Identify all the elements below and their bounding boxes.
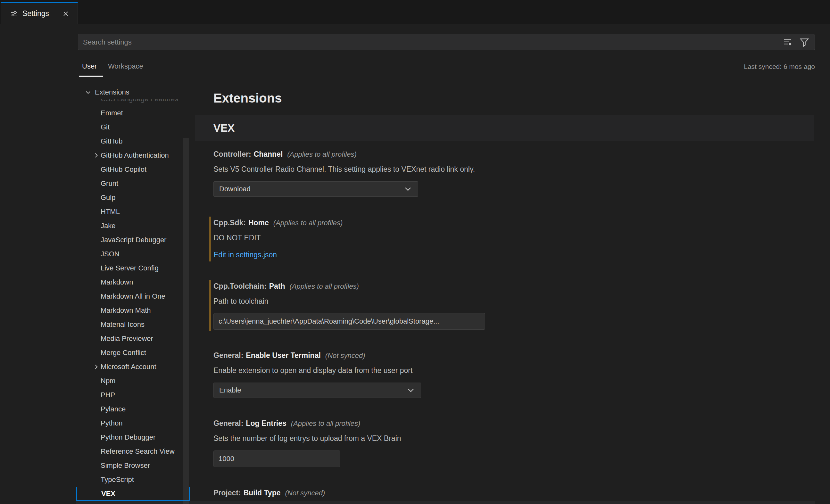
tree-item-python[interactable]: Python bbox=[76, 416, 190, 430]
setting-enable-user-terminal: General:Enable User Terminal(Not synced)… bbox=[214, 351, 809, 403]
tree-item-vex[interactable]: VEX bbox=[76, 487, 190, 501]
tree-item-merge-conflict[interactable]: Merge Conflict bbox=[76, 346, 190, 360]
tree-item-github-authentication[interactable]: GitHub Authentication bbox=[76, 148, 190, 162]
modified-indicator-bar bbox=[209, 280, 211, 331]
tree-item-reference-search-view[interactable]: Reference Search View bbox=[76, 444, 190, 459]
edit-in-settings-json-link[interactable]: Edit in settings.json bbox=[214, 251, 277, 259]
tree-item-javascript-debugger[interactable]: JavaScript Debugger bbox=[76, 233, 190, 247]
setting-number-input[interactable] bbox=[214, 450, 340, 467]
setting-name: Path bbox=[269, 282, 285, 291]
tree-item-label: Live Server Config bbox=[101, 264, 159, 272]
tree-item-label: Gulp bbox=[101, 193, 115, 202]
setting-name: Home bbox=[248, 219, 269, 227]
setting-text-input[interactable] bbox=[214, 313, 485, 330]
tree-item-html[interactable]: HTML bbox=[76, 205, 190, 219]
setting-title: General:Log Entries(Applies to all profi… bbox=[214, 419, 360, 429]
setting-category: General: bbox=[214, 419, 243, 428]
tree-item-label: Markdown Math bbox=[101, 306, 151, 315]
tree-item-label: GitHub Copilot bbox=[101, 165, 147, 174]
tree-item-label: TypeScript bbox=[101, 475, 134, 484]
setting-category: Cpp.Toolchain: bbox=[214, 282, 267, 291]
chevron-right-icon[interactable] bbox=[92, 151, 101, 160]
setting-category: General: bbox=[214, 351, 243, 360]
tree-item-markdown-all-in-one[interactable]: Markdown All in One bbox=[76, 289, 190, 304]
tree-item-extensions-root[interactable]: Extensions bbox=[76, 85, 190, 99]
select-value: Enable bbox=[219, 386, 407, 395]
tree-item-php[interactable]: PHP bbox=[76, 388, 190, 402]
tree-item-label: Markdown bbox=[101, 278, 133, 286]
tree-item-material-icons[interactable]: Material Icons bbox=[76, 317, 190, 332]
tree-item-python-debugger[interactable]: Python Debugger bbox=[76, 430, 190, 444]
setting-title: Project:Build Type(Not synced) bbox=[214, 489, 325, 498]
tree-item-label: PHP bbox=[101, 391, 115, 399]
setting-home: Cpp.Sdk:Home(Applies to all profiles)DO … bbox=[214, 219, 809, 270]
setting-description: Path to toolchain bbox=[214, 297, 268, 306]
tree-item-git[interactable]: Git bbox=[76, 120, 190, 134]
chevron-down-icon bbox=[407, 386, 415, 395]
setting-category: Controller: bbox=[214, 150, 251, 159]
tree-item-json[interactable]: JSON bbox=[76, 247, 190, 261]
tree-item-label: Jake bbox=[101, 222, 115, 230]
tree-item-label: Npm bbox=[101, 377, 115, 385]
section-header-vex: VEX bbox=[195, 115, 814, 141]
tree-item-markdown[interactable]: Markdown bbox=[76, 275, 190, 289]
tree-item-npm[interactable]: Npm bbox=[76, 374, 190, 388]
tree-item-label: Git bbox=[101, 123, 109, 131]
close-icon[interactable] bbox=[60, 8, 71, 19]
tree-item-label: Simple Browser bbox=[101, 462, 150, 470]
tab-title: Settings bbox=[23, 9, 60, 18]
settings-editor: Settings Search settings bbox=[0, 0, 830, 504]
tree-item-simple-browser[interactable]: Simple Browser bbox=[76, 459, 190, 473]
tree-item-label: Material Icons bbox=[101, 320, 145, 329]
tree-item-gulp[interactable]: Gulp bbox=[76, 191, 190, 205]
setting-description: Sets the number of log entrys to upload … bbox=[214, 434, 401, 443]
tree-item-label: Python bbox=[101, 419, 123, 428]
tree-item-label: Media Previewer bbox=[101, 335, 153, 343]
tree-item-pylance[interactable]: Pylance bbox=[76, 402, 190, 416]
select-value: Download bbox=[219, 185, 404, 193]
tree-item-media-previewer[interactable]: Media Previewer bbox=[76, 332, 190, 346]
setting-description: Enable extension to open and display dat… bbox=[214, 366, 412, 375]
tree-item-emmet[interactable]: Emmet bbox=[76, 106, 190, 120]
settings-content: Extensions VEX Controller:Channel(Applie… bbox=[191, 0, 830, 504]
setting-select[interactable]: Download bbox=[214, 181, 418, 197]
setting-name: Log Entries bbox=[246, 419, 287, 428]
tree-item-label: Grunt bbox=[101, 180, 118, 188]
setting-title: Controller:Channel(Applies to all profil… bbox=[214, 150, 357, 160]
setting-name: Channel bbox=[254, 150, 283, 159]
tree-item-label: GitHub Authentication bbox=[101, 151, 169, 160]
setting-title: Cpp.Sdk:Home(Applies to all profiles) bbox=[214, 219, 343, 228]
tree-item-github-copilot[interactable]: GitHub Copilot bbox=[76, 162, 190, 177]
setting-description: DO NOT EDIT bbox=[214, 233, 261, 242]
tree-item-label: Merge Conflict bbox=[101, 349, 146, 357]
tree-item-label: Markdown All in One bbox=[101, 292, 165, 301]
tree-item-label: Emmet bbox=[101, 109, 123, 117]
tree-item-live-server-config[interactable]: Live Server Config bbox=[76, 261, 190, 275]
setting-name: Build Type bbox=[244, 489, 281, 497]
tree-item-github[interactable]: GitHub bbox=[76, 134, 190, 148]
setting-scope-label: (Not synced) bbox=[285, 489, 325, 497]
tree-item-label: Microsoft Account bbox=[101, 363, 156, 371]
setting-title: General:Enable User Terminal(Not synced) bbox=[214, 351, 365, 361]
tree-item-label: Pylance bbox=[101, 405, 126, 413]
modified-indicator-bar bbox=[209, 217, 211, 261]
settings-tree: CSS Language Features Extensions EmmetGi… bbox=[76, 0, 190, 504]
chevron-right-icon[interactable] bbox=[92, 363, 101, 371]
tree-item-typescript[interactable]: TypeScript bbox=[76, 473, 190, 487]
setting-path: Cpp.Toolchain:Path(Applies to all profil… bbox=[214, 282, 809, 333]
setting-scope-label: (Applies to all profiles) bbox=[290, 282, 359, 291]
tree-item-microsoft-account[interactable]: Microsoft Account bbox=[76, 360, 190, 374]
tab-settings[interactable]: Settings bbox=[1, 2, 78, 24]
setting-name: Enable User Terminal bbox=[246, 351, 321, 360]
setting-log-entries: General:Log Entries(Applies to all profi… bbox=[214, 419, 809, 470]
setting-scope-label: (Not synced) bbox=[325, 351, 365, 360]
tree-item-markdown-math[interactable]: Markdown Math bbox=[76, 304, 190, 317]
setting-select[interactable]: Enable bbox=[214, 383, 421, 398]
tree-item-jake[interactable]: Jake bbox=[76, 219, 190, 233]
tree-item-label: VEX bbox=[101, 490, 115, 498]
chevron-down-icon[interactable] bbox=[84, 88, 92, 96]
tree-scrollbar[interactable] bbox=[183, 138, 189, 504]
tree-item-grunt[interactable]: Grunt bbox=[76, 177, 190, 191]
setting-category: Cpp.Sdk: bbox=[214, 219, 246, 227]
setting-category: Project: bbox=[214, 489, 241, 497]
